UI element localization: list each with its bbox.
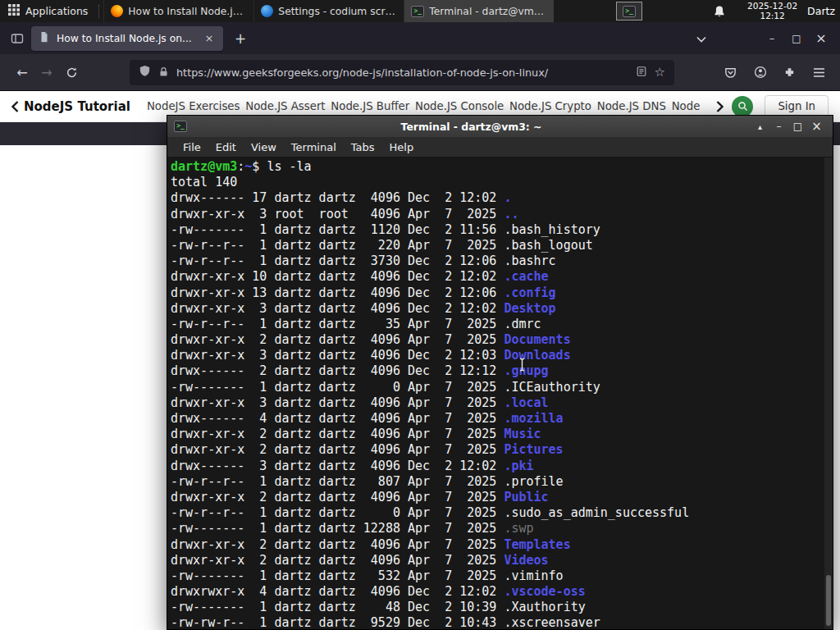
window-close-button[interactable]: ×	[809, 30, 833, 46]
menu-terminal[interactable]: Terminal	[284, 141, 344, 153]
listing-row: -rw------- 1 dartz dartz 12288 Apr 7 202…	[171, 521, 824, 536]
taskbar-item-codium[interactable]: Settings - codium script...	[253, 0, 404, 22]
nav-item-nodejs-exercises[interactable]: NodeJS Exercises	[147, 100, 240, 112]
firefox-icon	[111, 5, 123, 17]
listing-row: -rw-r--r-- 1 dartz dartz 220 Apr 7 2025 …	[171, 238, 824, 253]
listing-meta: -rw------- 1 dartz dartz 532 Apr 7 2025	[171, 568, 504, 583]
panel-user-label: Dartz	[807, 5, 840, 17]
listing-row: drwx------ 2 dartz dartz 4096 Dec 2 12:1…	[171, 363, 824, 379]
desktop: Applications How to Install Node.js o...…	[0, 0, 840, 630]
listing-row: -rw-r--r-- 1 dartz dartz 35 Apr 7 2025 .…	[171, 317, 824, 332]
lock-icon[interactable]	[158, 65, 169, 80]
listing-row: -rw-r--r-- 1 dartz dartz 3730 Dec 2 12:0…	[171, 253, 824, 269]
menu-tabs[interactable]: Tabs	[344, 141, 382, 153]
applications-grid-icon	[8, 4, 20, 18]
listing-row: drwx------ 17 dartz dartz 4096 Dec 2 12:…	[171, 190, 824, 206]
extensions-icon[interactable]	[778, 62, 801, 84]
file-name: .sudo_as_admin_successful	[504, 505, 689, 520]
file-name: Downloads	[504, 348, 570, 363]
terminal-icon: >_	[623, 6, 636, 17]
file-name: Templates	[504, 537, 570, 552]
terminal-titlebar[interactable]: >_ Terminal - dartz@vm3: ~ ▴ – □ ×	[167, 116, 833, 137]
firefox-view-icon[interactable]	[7, 28, 28, 49]
reload-button[interactable]	[59, 60, 84, 84]
file-name: Desktop	[504, 301, 555, 316]
notifications-bell-icon[interactable]	[713, 5, 726, 18]
file-name: Public	[504, 490, 548, 504]
nav-item-node[interactable]: Node	[672, 100, 701, 112]
url-bar[interactable]: https://www.geeksforgeeks.org/node-js/in…	[130, 60, 674, 85]
bookmark-star-icon[interactable]: ☆	[655, 65, 665, 80]
nav-item-node-js-dns[interactable]: Node.JS DNS	[597, 100, 666, 112]
terminal-close-button[interactable]: ×	[807, 119, 826, 134]
file-name: .	[504, 190, 511, 205]
back-button[interactable]: ←	[10, 60, 34, 84]
listing-meta: drwxr-xr-x 2 dartz dartz 4096 Apr 7 2025	[171, 553, 504, 568]
terminal-output[interactable]: dartz@vm3:~$ ls -latotal 140drwx------ 1…	[167, 158, 824, 629]
panel-separator	[98, 5, 101, 18]
taskbar-item-browser[interactable]: How to Install Node.js o...	[103, 0, 253, 22]
listing-meta: -rw------- 1 dartz dartz 12288 Apr 7 202…	[171, 521, 504, 536]
taskbar-item-terminal[interactable]: >_ Terminal - dartz@vm3: ~	[404, 0, 554, 22]
nav-item-node-js-assert[interactable]: Node.JS Assert	[245, 100, 325, 112]
nav-scroll-left-icon[interactable]	[11, 101, 19, 112]
prompt-line: dartz@vm3:~$ ls -la	[171, 159, 824, 175]
menu-hamburger-icon[interactable]	[808, 62, 830, 84]
terminal-menubar: FileEditViewTerminalTabsHelp	[167, 137, 833, 158]
list-all-tabs-icon[interactable]	[691, 30, 712, 46]
terminal-maximize-button[interactable]: □	[788, 121, 807, 132]
forward-button[interactable]: →	[34, 60, 59, 84]
menu-help[interactable]: Help	[382, 141, 422, 153]
listing-meta: drwx------ 3 dartz dartz 4096 Dec 2 12:0…	[171, 459, 504, 473]
clock-date: 2025-12-02	[747, 2, 797, 11]
listing-meta: drwxrwxr-x 4 dartz dartz 4096 Dec 2 12:0…	[171, 584, 504, 599]
listing-meta: -rw-rw-r-- 1 dartz dartz 9529 Dec 2 10:4…	[171, 615, 504, 629]
url-text[interactable]: https://www.geeksforgeeks.org/node-js/in…	[176, 66, 628, 79]
listing-row: drwxr-xr-x 3 dartz dartz 4096 Dec 2 12:0…	[171, 348, 824, 363]
terminal-icon: >_	[411, 6, 424, 17]
panel-clock[interactable]: 2025-12-02 12:12	[747, 2, 797, 21]
menu-file[interactable]: File	[176, 141, 208, 153]
listing-row: drwxrwxr-x 4 dartz dartz 4096 Dec 2 12:0…	[171, 584, 824, 600]
terminal-launcher[interactable]: >_	[616, 2, 642, 21]
nav-scroll-right-icon[interactable]	[716, 101, 724, 112]
listing-row: -rw-r--r-- 1 dartz dartz 0 Apr 7 2025 .s…	[171, 505, 824, 521]
listing-meta: drwxr-xr-x 3 dartz dartz 4096 Apr 7 2025	[171, 395, 504, 410]
listing-row: drwxr-xr-x 2 dartz dartz 4096 Apr 7 2025…	[171, 427, 824, 442]
prompt-symbol: $	[252, 159, 267, 174]
tracking-shield-icon[interactable]	[139, 65, 151, 80]
terminal-window: >_ Terminal - dartz@vm3: ~ ▴ – □ × FileE…	[167, 115, 833, 630]
listing-row: -rw-rw-r-- 1 dartz dartz 9529 Dec 2 10:4…	[171, 615, 824, 629]
tab-close-icon[interactable]: ×	[203, 32, 216, 44]
new-tab-button[interactable]: +	[230, 30, 251, 47]
browser-tab[interactable]: How to Install Node.js on... ×	[31, 26, 223, 51]
taskbar-item-label: Settings - codium script...	[278, 6, 397, 17]
listing-meta: drwxr-xr-x 3 root root 4096 Apr 7 2025	[171, 207, 504, 221]
file-name: .gnupg	[504, 363, 548, 378]
file-name: .local	[504, 395, 548, 410]
terminal-scrollbar[interactable]	[824, 158, 833, 629]
nav-item-node-js-console[interactable]: Node.JS Console	[415, 100, 504, 112]
nav-item-node-js-buffer[interactable]: Node.JS Buffer	[331, 100, 409, 112]
terminal-shade-button[interactable]: ▴	[751, 122, 769, 131]
menu-view[interactable]: View	[244, 141, 284, 153]
window-minimize-button[interactable]: –	[760, 32, 784, 44]
reader-mode-icon[interactable]	[636, 65, 647, 80]
search-icon[interactable]	[732, 96, 753, 117]
file-name: .Xauthority	[504, 600, 585, 614]
applications-label: Applications	[25, 5, 88, 17]
sign-in-button[interactable]: Sign In	[765, 95, 829, 117]
tabbar-right-controls: – □ ×	[691, 30, 833, 46]
listing-meta: drwx------ 4 dartz dartz 4096 Apr 7 2025	[171, 411, 504, 426]
listing-meta: drwx------ 17 dartz dartz 4096 Dec 2 12:…	[171, 190, 504, 205]
terminal-minimize-button[interactable]: –	[769, 121, 788, 132]
pocket-icon[interactable]	[719, 62, 742, 84]
applications-menu[interactable]: Applications	[0, 0, 96, 22]
window-maximize-button[interactable]: □	[784, 33, 809, 44]
file-name: Videos	[504, 553, 548, 568]
menu-edit[interactable]: Edit	[208, 141, 244, 153]
nav-item-node-js-crypto[interactable]: Node.JS Crypto	[509, 100, 591, 112]
terminal-scrollbar-thumb[interactable]	[826, 575, 831, 626]
nav-brand[interactable]: NodeJS Tutorial	[24, 99, 130, 114]
account-icon[interactable]	[749, 62, 771, 84]
